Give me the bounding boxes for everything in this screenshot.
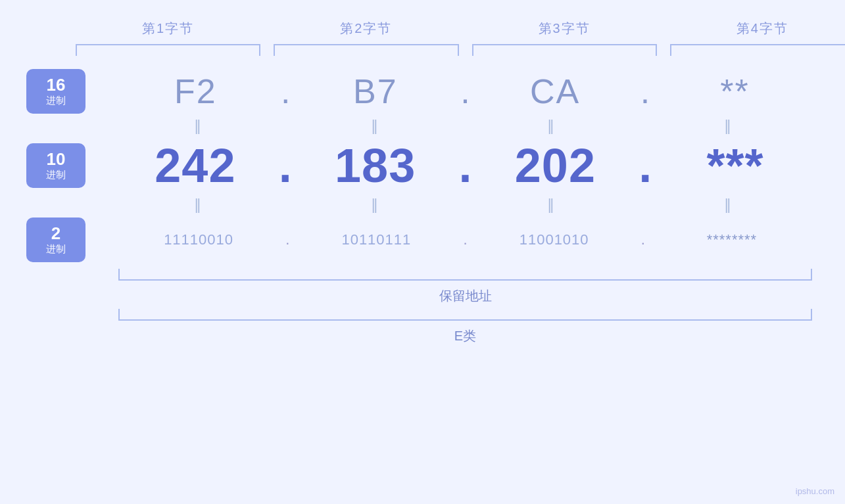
dec-label-unit: 进制 xyxy=(46,169,66,181)
dec-dot3: . xyxy=(639,139,652,193)
hex-byte3: CA xyxy=(471,72,639,111)
byte1-header: 第1字节 xyxy=(69,20,267,37)
bracket-byte3 xyxy=(472,44,657,56)
eq6: ‖ xyxy=(289,196,466,214)
bin-byte4: ******** xyxy=(645,231,819,248)
dec-label-number: 10 xyxy=(47,150,66,169)
dec-row: 10 进制 242 . 183 . 202 . *** xyxy=(26,139,819,193)
bin-byte3: 11001010 xyxy=(468,231,641,248)
equals-row-1: ‖ ‖ ‖ ‖ xyxy=(26,118,819,135)
dec-label-badge: 10 进制 xyxy=(26,143,85,188)
bottom-bracket-area: 保留地址 E类 xyxy=(26,269,819,345)
header-row: 第1字节 第2字节 第3字节 第4字节 xyxy=(69,20,845,37)
byte4-header: 第4字节 xyxy=(664,20,845,37)
eq8: ‖ xyxy=(642,196,819,214)
hex-values: F2 . B7 . CA . ** xyxy=(112,72,819,111)
outer-bottom-bracket xyxy=(118,309,812,321)
hex-dot2: . xyxy=(459,72,471,111)
bin-label-number: 2 xyxy=(51,224,60,243)
hex-byte1: F2 xyxy=(112,72,279,111)
dec-values: 242 . 183 . 202 . *** xyxy=(112,139,819,193)
bracket-byte1 xyxy=(76,44,260,56)
bin-row: 2 进制 11110010 . 10110111 . 11001010 . **… xyxy=(26,218,819,262)
hex-dot1: . xyxy=(279,72,291,111)
eq3: ‖ xyxy=(466,118,642,135)
watermark: ipshu.com xyxy=(796,486,834,496)
main-container: 第1字节 第2字节 第3字节 第4字节 16 进制 F2 . B7 . CA .… xyxy=(0,0,845,504)
hex-row: 16 进制 F2 . B7 . CA . ** xyxy=(26,69,819,114)
bracket-byte2 xyxy=(274,44,458,56)
hex-byte2: B7 xyxy=(291,72,459,111)
bin-label-badge: 2 进制 xyxy=(26,218,85,262)
dec-byte4: *** xyxy=(652,139,819,193)
dec-byte2: 183 xyxy=(292,139,459,193)
hex-label-unit: 进制 xyxy=(46,95,66,107)
hex-label-number: 16 xyxy=(47,76,66,95)
dec-dot1: . xyxy=(279,139,292,193)
byte3-header: 第3字节 xyxy=(466,20,664,37)
bin-values: 11110010 . 10110111 . 11001010 . *******… xyxy=(112,231,819,248)
dec-byte3: 202 xyxy=(472,139,639,193)
bracket-byte4 xyxy=(670,44,845,56)
inner-bottom-bracket xyxy=(118,269,812,281)
hex-dot3: . xyxy=(639,72,651,111)
eq4: ‖ xyxy=(642,118,819,135)
hex-byte4: ** xyxy=(651,72,819,111)
dec-dot2: . xyxy=(458,139,471,193)
eq2: ‖ xyxy=(289,118,466,135)
reserved-label: 保留地址 xyxy=(112,287,819,305)
bin-byte2: 10110111 xyxy=(289,231,463,248)
bracket-row xyxy=(69,44,845,56)
byte2-header: 第2字节 xyxy=(267,20,465,37)
equals-row-2: ‖ ‖ ‖ ‖ xyxy=(26,196,819,214)
dec-byte1: 242 xyxy=(112,139,279,193)
eq1: ‖ xyxy=(112,118,289,135)
eq5: ‖ xyxy=(112,196,289,214)
bin-byte1: 11110010 xyxy=(112,231,285,248)
class-label: E类 xyxy=(112,327,819,345)
eq7: ‖ xyxy=(466,196,642,214)
hex-label-badge: 16 进制 xyxy=(26,69,85,114)
bin-label-unit: 进制 xyxy=(46,243,66,256)
